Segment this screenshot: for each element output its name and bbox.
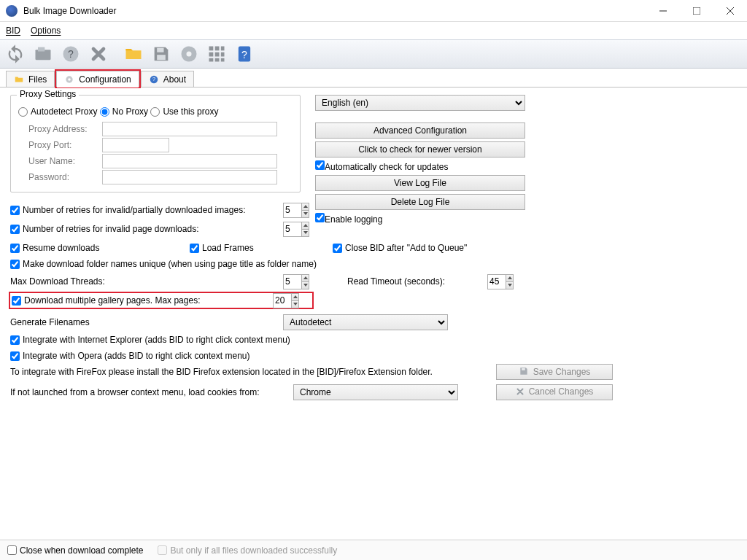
svg-text:?: ? [68,48,74,60]
open-image-button[interactable] [31,42,55,66]
title-bar: Bulk Image Downloader [0,0,747,22]
multi-gallery-row: Download multiple gallery pages. Max pag… [10,293,312,308]
refresh-button[interactable] [3,42,28,66]
cancel-changes-button[interactable]: Cancel Changes [496,384,613,400]
close-when-complete-checkbox[interactable] [7,545,17,555]
generate-filenames-select[interactable]: Autodetect [283,314,448,330]
advanced-config-button[interactable]: Advanced Configuration [315,122,525,139]
retries-images-checkbox[interactable] [10,206,20,215]
read-timeout-spinner[interactable] [487,274,514,289]
maximize-button[interactable] [680,0,713,22]
config-panel: Proxy Settings Autodetect Proxy No Proxy… [0,88,747,540]
language-select[interactable]: English (en) [315,95,525,111]
tab-files[interactable]: Files [6,71,55,87]
gear-icon [64,74,74,85]
svg-rect-12 [209,47,214,51]
svg-point-11 [187,52,192,57]
svg-rect-17 [221,52,225,57]
retries-pages-spinner[interactable] [283,222,309,237]
menu-options[interactable]: Options [31,26,61,36]
menu-bar: BID Options [0,22,747,39]
gear-button[interactable] [177,42,201,66]
close-button[interactable] [713,0,747,22]
minimize-button[interactable] [646,0,680,22]
load-frames-checkbox[interactable] [190,244,199,253]
svg-rect-19 [215,58,220,62]
grid-button[interactable] [204,42,229,66]
tab-configuration[interactable]: Configuration [56,71,139,87]
cancel-icon [516,387,525,398]
proxy-port-input[interactable] [102,138,169,152]
max-threads-spinner[interactable] [283,274,309,289]
integrate-opera-checkbox[interactable] [10,351,20,361]
tabs: Files Configuration ? About [0,69,747,88]
svg-rect-18 [209,58,214,62]
radio-no-proxy[interactable] [100,107,109,117]
save-icon [519,366,529,378]
status-bar: Close when download complete But only if… [0,540,747,560]
max-threads-label: Max Download Threads: [10,276,105,287]
view-log-button[interactable]: View Log File [315,175,525,191]
proxy-user-label: User Name: [28,156,98,166]
radio-use-this-proxy[interactable] [150,107,160,117]
svg-rect-9 [157,55,166,60]
svg-rect-15 [209,52,214,57]
resume-downloads-checkbox[interactable] [10,244,20,253]
svg-rect-16 [215,52,220,57]
svg-rect-8 [157,48,163,52]
auto-check-updates-checkbox[interactable] [315,160,325,170]
info-button[interactable]: ? [232,42,257,66]
proxy-user-input[interactable] [102,154,277,168]
svg-rect-14 [221,47,225,51]
multi-gallery-checkbox[interactable] [12,296,21,306]
check-version-button[interactable]: Click to check for newer version [315,141,525,158]
delete-log-button[interactable]: Delete Log File [315,194,525,210]
proxy-port-label: Proxy Port: [28,140,98,150]
cookies-select[interactable]: Chrome [293,384,458,400]
enable-logging-checkbox[interactable] [315,213,325,222]
about-icon: ? [149,74,159,85]
svg-rect-1 [693,7,700,15]
save-disk-button[interactable] [149,42,174,66]
tab-files-label: Files [28,74,47,85]
proxy-pass-label: Password: [28,172,98,182]
folder-button[interactable] [121,42,146,66]
help-globe-button[interactable]: ? [58,42,83,66]
tab-about-label: About [163,74,186,85]
delete-button[interactable] [86,42,111,66]
window-title: Bulk Image Downloader [23,6,646,16]
svg-text:?: ? [241,49,247,61]
unique-folder-checkbox[interactable] [10,260,20,269]
toolbar: ? ? [0,39,747,69]
read-timeout-label: Read Timeout (seconds): [347,276,445,287]
svg-point-24 [69,78,71,81]
files-icon [14,74,24,85]
proxy-settings-group: Proxy Settings Autodetect Proxy No Proxy… [10,95,301,192]
close-bid-checkbox[interactable] [333,244,342,253]
right-column: English (en) Advanced Configuration Clic… [315,95,534,228]
multi-gallery-spinner[interactable] [273,293,299,308]
svg-rect-20 [221,58,225,62]
chevron-up-icon[interactable] [301,203,309,211]
integrate-ie-checkbox[interactable] [10,335,20,345]
radio-autodetect-proxy[interactable] [18,107,28,117]
proxy-pass-input[interactable] [102,170,277,184]
svg-rect-13 [215,47,220,51]
svg-text:?: ? [152,77,155,82]
proxy-address-label: Proxy Address: [28,124,98,134]
tab-configuration-label: Configuration [79,74,131,85]
retries-pages-checkbox[interactable] [10,225,20,234]
save-changes-button[interactable]: Save Changes [496,364,613,380]
generate-filenames-label: Generate Filenames [10,317,90,327]
menu-bid[interactable]: BID [6,26,20,36]
chevron-down-icon[interactable] [301,211,309,217]
firefox-note: To integrate with FireFox please install… [10,367,433,377]
retries-images-spinner[interactable] [283,203,309,218]
proxy-legend: Proxy Settings [17,89,79,99]
only-if-success-checkbox [158,545,167,555]
cookies-label: If not launched from a browser context m… [10,387,260,397]
tab-about[interactable]: ? About [141,71,194,87]
proxy-address-input[interactable] [102,122,277,136]
app-icon [6,5,18,17]
svg-rect-5 [38,47,44,52]
